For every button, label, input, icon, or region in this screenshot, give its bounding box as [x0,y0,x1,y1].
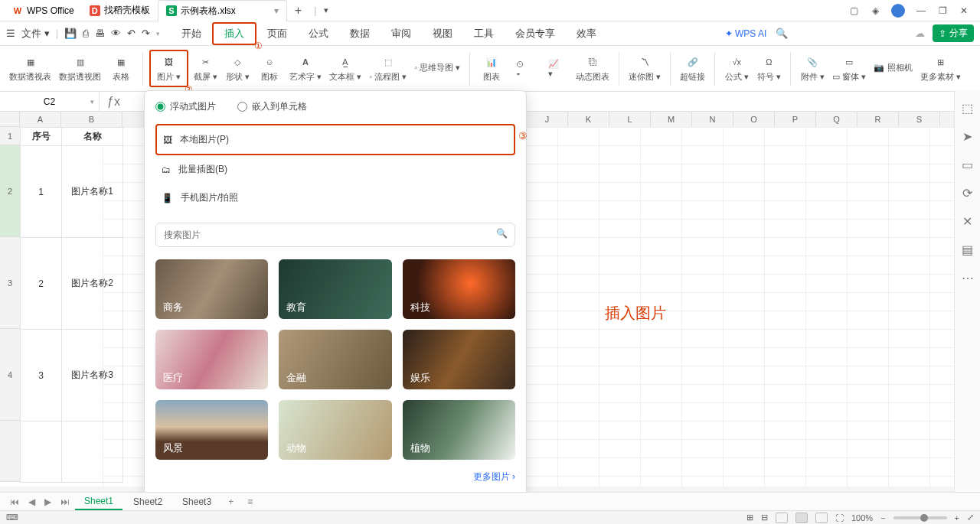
picture-search-input[interactable] [155,223,515,247]
cloud-icon[interactable]: ☁ [915,28,925,39]
col-L[interactable]: L [609,112,651,127]
ribbon-symbol[interactable]: Ω符号 ▾ [753,53,784,84]
ribbon-more[interactable]: ⊞更多素材 ▾ [917,53,964,84]
ribbon-pivottable[interactable]: ▦数据透视表 [6,53,54,84]
sheet-list-button[interactable]: ≡ [241,496,259,507]
ribbon-hyperlink[interactable]: 🔗超链接 [677,53,708,84]
sheet-tab-1[interactable]: Sheet1 [75,493,122,510]
menu-tab-vip[interactable]: 会员专享 [505,24,566,44]
col-S[interactable]: S [899,112,940,127]
col-A[interactable]: A [20,112,61,127]
col-R[interactable]: R [858,112,899,127]
select-all-corner[interactable] [0,112,20,127]
sheet-nav-last[interactable]: ⏭ [57,496,74,507]
window-mini-icon[interactable]: ▢ [848,5,859,16]
radio-floating[interactable]: 浮动式图片 [155,100,216,113]
more-pictures-link[interactable]: 更多图片 › [155,470,515,483]
side-refresh-icon[interactable]: ⟳ [962,186,972,200]
thumb-animal[interactable]: 动物 [279,400,391,460]
cell-B1[interactable]: 名称 [62,128,123,146]
maximize-button[interactable]: ❐ [937,5,948,16]
save-icon[interactable]: 💾 [64,28,77,39]
sheet-nav-next[interactable]: ▶ [41,496,55,507]
thumb-plant[interactable]: 植物 [403,400,515,460]
radio-floating-input[interactable] [155,102,165,112]
ribbon-wordart[interactable]: A艺术字 ▾ [286,53,325,84]
thumb-business[interactable]: 商务 [155,259,268,319]
col-Q[interactable]: Q [816,112,858,127]
ribbon-camera[interactable]: 📷 照相机 [871,60,915,75]
menu-tab-view[interactable]: 视图 [422,24,463,44]
window-cube-icon[interactable]: ◈ [870,5,880,16]
preview-icon[interactable]: 👁 [111,28,121,39]
zoom-in[interactable]: + [955,513,959,522]
ribbon-chart2[interactable]: ⏲ ▾ [508,60,539,78]
ribbon-flowchart[interactable]: ⬚◦ 流程图 ▾ [366,53,410,84]
option-local-picture[interactable]: 🖼本地图片(P) [155,124,515,155]
thumb-education[interactable]: 教育 [279,259,391,319]
thumb-tech[interactable]: 科技 [403,259,515,319]
cell-B2[interactable]: 图片名称1 [62,146,123,238]
menu-tab-formula[interactable]: 公式 [298,24,339,44]
radio-embed-input[interactable] [237,102,247,112]
sheet-tab-3[interactable]: Sheet3 [173,494,220,509]
add-sheet-button[interactable]: + [222,496,240,507]
ribbon-attachment[interactable]: 📎附件 ▾ [797,53,828,84]
col-K[interactable]: K [568,112,609,127]
sheet-nav-first[interactable]: ⏮ [6,496,23,507]
side-layout-icon[interactable]: ▭ [962,158,973,172]
side-tools-icon[interactable]: ✕ [962,214,972,229]
status-expand[interactable]: ⤢ [967,513,974,522]
view-page[interactable] [795,513,808,523]
side-select-icon[interactable]: ⬚ [962,101,973,116]
wps-ai-button[interactable]: ✦ WPS AI [725,28,767,39]
row-1[interactable]: 1 [0,127,20,145]
tab-menu-icon[interactable]: ▾ [274,5,279,16]
zoom-out[interactable]: − [880,513,885,522]
undo-icon[interactable]: ↶ [127,28,136,39]
share-button[interactable]: ⇪ 分享 [933,24,974,42]
thumb-medical[interactable]: 医疗 [155,330,268,389]
sheet-nav-prev[interactable]: ◀ [24,496,39,507]
menu-tab-page[interactable]: 页面 [256,24,298,44]
radio-embed[interactable]: 嵌入到单元格 [237,100,307,113]
zoom-slider[interactable] [893,516,947,519]
menu-tab-start[interactable]: 开始 [171,24,212,44]
file-menu[interactable]: 文件 ▾ [21,27,50,41]
side-book-icon[interactable]: ▤ [962,242,973,257]
ribbon-table[interactable]: ▦表格 [106,53,136,84]
ribbon-form[interactable]: ▭▭ 窗体 ▾ [829,53,869,84]
view-normal[interactable] [776,513,788,523]
option-phone-picture[interactable]: 📱手机图片/拍照 [155,184,515,212]
ribbon-screenshot[interactable]: ✂截屏 ▾ [190,53,220,84]
search-icon[interactable]: 🔍 [496,228,508,239]
col-O[interactable]: O [733,112,775,127]
col-P[interactable]: P [775,112,816,127]
cell-B3[interactable]: 图片名称2 [62,238,123,330]
col-J[interactable]: J [527,112,568,127]
ribbon-textbox[interactable]: A̲文本框 ▾ [326,53,364,84]
col-N[interactable]: N [692,112,733,127]
ribbon-shapes[interactable]: ◇形状 ▾ [222,53,253,84]
cell-B4[interactable]: 图片名称3 [62,330,123,421]
thumb-entertainment[interactable]: 娱乐 [403,330,515,389]
export-icon[interactable]: ⎙ [83,28,89,39]
search-icon[interactable]: 🔍 [776,28,788,39]
option-batch-picture[interactable]: 🗂批量插图(B) [155,155,515,184]
cell-A3[interactable]: 2 [21,238,62,330]
row-2[interactable]: 2 [0,145,20,237]
menu-tab-insert[interactable]: 插入 [212,22,256,45]
ribbon-equation[interactable]: √x公式 ▾ [721,53,752,84]
status-comment-icon[interactable]: ⊟ [761,513,768,522]
menu-tab-tools[interactable]: 工具 [463,24,505,44]
minimize-button[interactable]: — [916,5,926,16]
cell-A4[interactable]: 3 [21,330,62,421]
close-button[interactable]: ✕ [959,5,969,16]
file-tab[interactable]: S 示例表格.xlsx ▾ [158,0,287,21]
app-tab[interactable]: W WPS Office [5,0,82,21]
ribbon-dynamic-chart[interactable]: ⿻动态图表 [573,53,612,84]
redo-icon[interactable]: ↷ [142,28,150,39]
side-more-icon[interactable]: ⋯ [962,271,974,285]
ribbon-sparkline[interactable]: 〽迷你图 ▾ [626,53,664,84]
ribbon-picture[interactable]: 🖼图片 ▾ [149,50,188,87]
